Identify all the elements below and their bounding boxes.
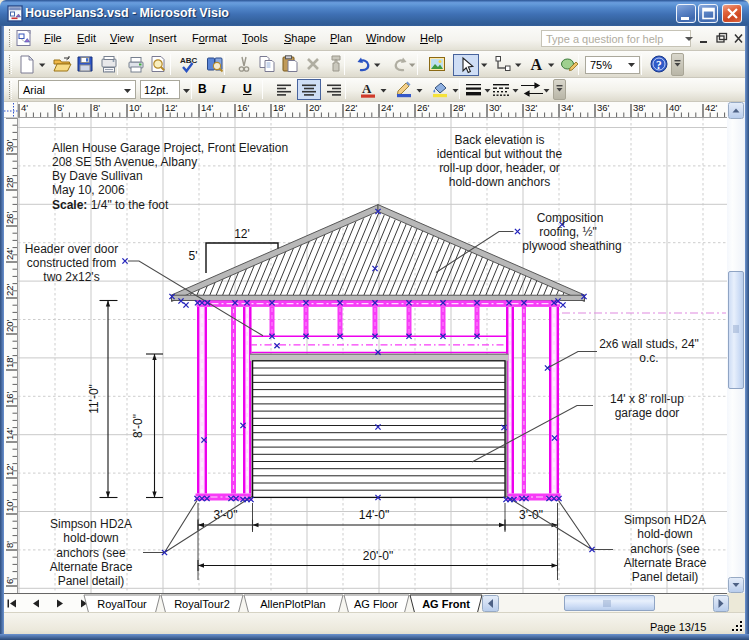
svg-text:Alternate Brace: Alternate Brace: [50, 560, 133, 574]
svg-text:30': 30': [489, 102, 502, 113]
svg-text:6': 6': [57, 102, 64, 113]
svg-text:34': 34': [561, 102, 574, 113]
svg-text:A: A: [531, 56, 543, 73]
svg-text:Scale: 1/4" to the foot: Scale: 1/4" to the foot: [52, 198, 169, 212]
svg-text:208 SE 5th Avenue, Albany: 208 SE 5th Avenue, Albany: [52, 155, 197, 169]
svg-text:10': 10': [129, 102, 142, 113]
svg-text:Alternate Brace: Alternate Brace: [624, 556, 707, 570]
svg-text:2x6 wall studs, 24": 2x6 wall studs, 24": [599, 337, 699, 351]
svg-text:6': 6': [4, 577, 15, 584]
svg-text:RoyalTour2: RoyalTour2: [174, 598, 230, 610]
svg-text:18': 18': [4, 355, 15, 368]
svg-text:Simpson HD2A: Simpson HD2A: [624, 513, 706, 527]
svg-text:anchors (see: anchors (see: [630, 542, 700, 556]
svg-text:26': 26': [4, 211, 15, 224]
svg-text:A: A: [362, 81, 372, 96]
svg-text:14'-0": 14'-0": [359, 508, 390, 522]
svg-text:hold-down: hold-down: [637, 527, 692, 541]
svg-text:plywood sheathing: plywood sheathing: [522, 239, 621, 253]
svg-text:22': 22': [4, 283, 15, 296]
svg-text:Panel detail): Panel detail): [58, 574, 125, 588]
svg-text:20': 20': [309, 102, 322, 113]
svg-text:5': 5': [189, 249, 198, 263]
svg-text:20': 20': [4, 319, 15, 332]
svg-text:12': 12': [165, 102, 178, 113]
svg-text:hold-down: hold-down: [63, 531, 118, 545]
svg-text:16': 16': [4, 391, 15, 404]
svg-text:AG Front: AG Front: [422, 598, 470, 610]
svg-text:38': 38': [633, 102, 646, 113]
svg-text:Panel detail): Panel detail): [632, 570, 699, 584]
svg-text:30': 30': [4, 139, 15, 152]
svg-text:32': 32': [525, 102, 538, 113]
svg-text:22': 22': [345, 102, 358, 113]
svg-text:28': 28': [4, 175, 15, 188]
svg-text:anchors (see: anchors (see: [56, 546, 126, 560]
svg-text:roofing, ½": roofing, ½": [539, 225, 597, 239]
svg-text:12': 12': [234, 227, 250, 241]
svg-text:10': 10': [4, 499, 15, 512]
svg-text:AG Floor: AG Floor: [354, 598, 398, 610]
svg-text:40': 40': [669, 102, 682, 113]
svg-text:ABC: ABC: [180, 56, 198, 65]
svg-text:36': 36': [597, 102, 610, 113]
svg-text:May 10, 2006: May 10, 2006: [52, 183, 125, 197]
svg-text:14' x 8' roll-up: 14' x 8' roll-up: [610, 392, 684, 406]
svg-text:14': 14': [201, 102, 214, 113]
svg-text:26': 26': [417, 102, 430, 113]
svg-text:3'-0": 3'-0": [519, 508, 543, 522]
svg-text:8'-0": 8'-0": [131, 414, 145, 438]
svg-text:16': 16': [237, 102, 250, 113]
svg-text:Simpson HD2A: Simpson HD2A: [50, 517, 132, 531]
svg-text:4': 4': [21, 102, 28, 113]
svg-text:constructed from: constructed from: [27, 256, 116, 270]
svg-text:Header over door: Header over door: [25, 242, 118, 256]
svg-text:8': 8': [4, 541, 15, 548]
svg-text:42': 42': [705, 102, 718, 113]
svg-text:RoyalTour: RoyalTour: [97, 598, 147, 610]
svg-text:28': 28': [453, 102, 466, 113]
svg-text:3'-0": 3'-0": [214, 508, 238, 522]
svg-text:24': 24': [4, 247, 15, 260]
svg-text:Allen House Garage Project, Fr: Allen House Garage Project, Front Elevat…: [52, 141, 288, 155]
svg-text:11'-0": 11'-0": [87, 384, 101, 414]
svg-text:18': 18': [273, 102, 286, 113]
svg-text:Back elevation is: Back elevation is: [454, 133, 544, 147]
svg-text:AllenPlotPlan: AllenPlotPlan: [260, 598, 325, 610]
svg-text:24': 24': [381, 102, 394, 113]
svg-text:20'-0": 20'-0": [363, 549, 394, 563]
svg-text:o.c.: o.c.: [639, 351, 658, 365]
svg-text:?: ?: [656, 59, 662, 71]
svg-text:8': 8': [93, 102, 100, 113]
svg-text:12': 12': [4, 463, 15, 476]
svg-text:By Dave Sullivan: By Dave Sullivan: [52, 169, 143, 183]
svg-text:14': 14': [4, 427, 15, 440]
svg-text:roll-up door, header, or: roll-up door, header, or: [439, 161, 560, 175]
svg-text:Composition: Composition: [537, 211, 604, 225]
svg-text:identical but without the: identical but without the: [437, 147, 563, 161]
svg-text:garage door: garage door: [615, 406, 680, 420]
svg-text:hold-down anchors: hold-down anchors: [449, 175, 550, 189]
svg-text:two 2x12's: two 2x12's: [43, 270, 99, 284]
